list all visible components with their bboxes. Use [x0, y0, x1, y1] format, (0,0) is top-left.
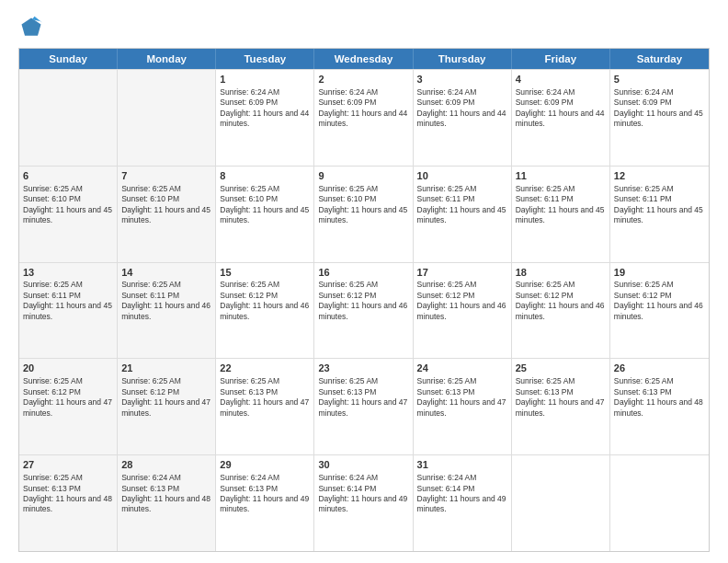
day-number: 3 — [417, 73, 507, 86]
calendar-cell: 4Sunrise: 6:24 AM Sunset: 6:09 PM Daylig… — [512, 70, 610, 166]
calendar-cell — [512, 455, 610, 551]
day-info: Sunrise: 6:24 AM Sunset: 6:09 PM Dayligh… — [614, 87, 703, 128]
day-number: 30 — [318, 458, 408, 472]
day-info: Sunrise: 6:25 AM Sunset: 6:12 PM Dayligh… — [23, 376, 112, 417]
day-info: Sunrise: 6:25 AM Sunset: 6:12 PM Dayligh… — [318, 280, 407, 320]
calendar-cell: 29Sunrise: 6:24 AM Sunset: 6:13 PM Dayli… — [216, 455, 314, 551]
day-number: 21 — [121, 362, 211, 375]
day-number: 24 — [417, 362, 507, 375]
day-info: Sunrise: 6:24 AM Sunset: 6:13 PM Dayligh… — [220, 473, 309, 513]
calendar-header: SundayMondayTuesdayWednesdayThursdayFrid… — [19, 49, 709, 69]
calendar-cell: 24Sunrise: 6:25 AM Sunset: 6:13 PM Dayli… — [414, 359, 512, 454]
day-number: 6 — [23, 169, 113, 183]
calendar-body: 1Sunrise: 6:24 AM Sunset: 6:09 PM Daylig… — [19, 69, 709, 551]
day-info: Sunrise: 6:24 AM Sunset: 6:09 PM Dayligh… — [516, 87, 605, 128]
calendar-cell: 5Sunrise: 6:24 AM Sunset: 6:09 PM Daylig… — [610, 70, 709, 166]
calendar-cell: 18Sunrise: 6:25 AM Sunset: 6:12 PM Dayli… — [512, 263, 610, 359]
day-number: 18 — [516, 266, 606, 280]
day-number: 1 — [220, 73, 310, 86]
day-number: 14 — [121, 266, 211, 280]
calendar-cell: 28Sunrise: 6:24 AM Sunset: 6:13 PM Dayli… — [118, 455, 216, 551]
day-info: Sunrise: 6:25 AM Sunset: 6:13 PM Dayligh… — [516, 376, 605, 417]
calendar-cell: 27Sunrise: 6:25 AM Sunset: 6:13 PM Dayli… — [19, 455, 118, 551]
calendar-cell: 12Sunrise: 6:25 AM Sunset: 6:11 PM Dayli… — [610, 167, 709, 262]
day-number: 17 — [417, 266, 507, 280]
day-number: 19 — [614, 266, 705, 280]
day-info: Sunrise: 6:24 AM Sunset: 6:09 PM Dayligh… — [417, 87, 506, 128]
day-info: Sunrise: 6:25 AM Sunset: 6:13 PM Dayligh… — [23, 473, 112, 513]
day-info: Sunrise: 6:25 AM Sunset: 6:13 PM Dayligh… — [318, 376, 407, 417]
day-info: Sunrise: 6:25 AM Sunset: 6:11 PM Dayligh… — [23, 280, 112, 320]
day-info: Sunrise: 6:25 AM Sunset: 6:12 PM Dayligh… — [516, 280, 605, 320]
calendar-cell: 15Sunrise: 6:25 AM Sunset: 6:12 PM Dayli… — [216, 263, 314, 359]
calendar-cell: 14Sunrise: 6:25 AM Sunset: 6:11 PM Dayli… — [118, 263, 216, 359]
calendar-cell: 8Sunrise: 6:25 AM Sunset: 6:10 PM Daylig… — [216, 167, 314, 262]
day-number: 10 — [417, 169, 507, 183]
logo — [18, 15, 48, 40]
page: SundayMondayTuesdayWednesdayThursdayFrid… — [0, 0, 728, 563]
calendar-cell: 26Sunrise: 6:25 AM Sunset: 6:13 PM Dayli… — [610, 359, 709, 454]
calendar-row-3: 13Sunrise: 6:25 AM Sunset: 6:11 PM Dayli… — [19, 262, 709, 359]
weekday-header-wednesday: Wednesday — [314, 49, 413, 69]
day-number: 13 — [23, 266, 113, 280]
day-info: Sunrise: 6:25 AM Sunset: 6:12 PM Dayligh… — [417, 280, 506, 320]
day-number: 27 — [23, 458, 113, 472]
calendar-cell: 25Sunrise: 6:25 AM Sunset: 6:13 PM Dayli… — [512, 359, 610, 454]
day-number: 29 — [220, 458, 310, 472]
calendar-cell — [118, 70, 216, 166]
day-info: Sunrise: 6:25 AM Sunset: 6:10 PM Dayligh… — [318, 184, 407, 224]
day-number: 11 — [516, 169, 606, 183]
calendar-cell: 6Sunrise: 6:25 AM Sunset: 6:10 PM Daylig… — [19, 167, 118, 262]
calendar-cell: 19Sunrise: 6:25 AM Sunset: 6:12 PM Dayli… — [610, 263, 709, 359]
weekday-header-friday: Friday — [512, 49, 610, 69]
day-number: 7 — [121, 169, 211, 183]
day-number: 16 — [318, 266, 408, 280]
weekday-header-tuesday: Tuesday — [216, 49, 314, 69]
logo-icon — [18, 15, 44, 40]
calendar-cell: 10Sunrise: 6:25 AM Sunset: 6:11 PM Dayli… — [414, 167, 512, 262]
day-info: Sunrise: 6:25 AM Sunset: 6:11 PM Dayligh… — [121, 280, 210, 320]
day-info: Sunrise: 6:25 AM Sunset: 6:12 PM Dayligh… — [220, 280, 309, 320]
calendar-row-4: 20Sunrise: 6:25 AM Sunset: 6:12 PM Dayli… — [19, 358, 709, 454]
weekday-header-saturday: Saturday — [610, 49, 709, 69]
day-info: Sunrise: 6:25 AM Sunset: 6:13 PM Dayligh… — [220, 376, 309, 417]
day-info: Sunrise: 6:25 AM Sunset: 6:12 PM Dayligh… — [614, 280, 703, 320]
day-info: Sunrise: 6:25 AM Sunset: 6:10 PM Dayligh… — [220, 184, 309, 224]
day-info: Sunrise: 6:24 AM Sunset: 6:14 PM Dayligh… — [417, 473, 506, 513]
day-number: 12 — [614, 169, 705, 183]
day-info: Sunrise: 6:24 AM Sunset: 6:09 PM Dayligh… — [318, 87, 407, 128]
calendar-cell: 20Sunrise: 6:25 AM Sunset: 6:12 PM Dayli… — [19, 359, 118, 454]
calendar-cell: 31Sunrise: 6:24 AM Sunset: 6:14 PM Dayli… — [414, 455, 512, 551]
day-info: Sunrise: 6:24 AM Sunset: 6:09 PM Dayligh… — [220, 87, 309, 128]
calendar-row-5: 27Sunrise: 6:25 AM Sunset: 6:13 PM Dayli… — [19, 454, 709, 551]
day-number: 8 — [220, 169, 310, 183]
day-number: 9 — [318, 169, 408, 183]
day-info: Sunrise: 6:24 AM Sunset: 6:13 PM Dayligh… — [121, 473, 210, 513]
calendar-cell: 22Sunrise: 6:25 AM Sunset: 6:13 PM Dayli… — [216, 359, 314, 454]
day-info: Sunrise: 6:25 AM Sunset: 6:11 PM Dayligh… — [417, 184, 506, 224]
calendar-cell: 21Sunrise: 6:25 AM Sunset: 6:12 PM Dayli… — [118, 359, 216, 454]
day-number: 15 — [220, 266, 310, 280]
calendar-cell: 16Sunrise: 6:25 AM Sunset: 6:12 PM Dayli… — [314, 263, 413, 359]
day-info: Sunrise: 6:25 AM Sunset: 6:13 PM Dayligh… — [614, 376, 703, 417]
day-number: 2 — [318, 73, 408, 86]
day-number: 28 — [121, 458, 211, 472]
calendar-cell — [610, 455, 709, 551]
calendar-cell — [19, 70, 118, 166]
calendar-row-2: 6Sunrise: 6:25 AM Sunset: 6:10 PM Daylig… — [19, 166, 709, 262]
calendar-cell: 23Sunrise: 6:25 AM Sunset: 6:13 PM Dayli… — [314, 359, 413, 454]
day-number: 25 — [516, 362, 606, 375]
calendar-cell: 2Sunrise: 6:24 AM Sunset: 6:09 PM Daylig… — [314, 70, 413, 166]
calendar-cell: 30Sunrise: 6:24 AM Sunset: 6:14 PM Dayli… — [314, 455, 413, 551]
calendar-cell: 1Sunrise: 6:24 AM Sunset: 6:09 PM Daylig… — [216, 70, 314, 166]
calendar-cell: 3Sunrise: 6:24 AM Sunset: 6:09 PM Daylig… — [414, 70, 512, 166]
calendar-cell: 17Sunrise: 6:25 AM Sunset: 6:12 PM Dayli… — [414, 263, 512, 359]
calendar-cell: 9Sunrise: 6:25 AM Sunset: 6:10 PM Daylig… — [314, 167, 413, 262]
weekday-header-thursday: Thursday — [414, 49, 512, 69]
weekday-header-sunday: Sunday — [19, 49, 118, 69]
day-info: Sunrise: 6:25 AM Sunset: 6:12 PM Dayligh… — [121, 376, 210, 417]
day-info: Sunrise: 6:25 AM Sunset: 6:10 PM Dayligh… — [121, 184, 210, 224]
calendar-cell: 13Sunrise: 6:25 AM Sunset: 6:11 PM Dayli… — [19, 263, 118, 359]
day-number: 23 — [318, 362, 408, 375]
day-info: Sunrise: 6:25 AM Sunset: 6:11 PM Dayligh… — [614, 184, 703, 224]
